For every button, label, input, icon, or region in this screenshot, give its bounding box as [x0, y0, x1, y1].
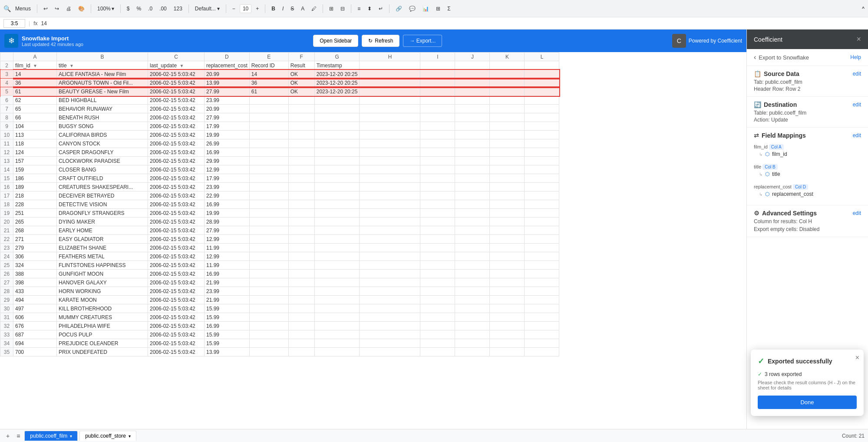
cell[interactable]: ARGONAUTS TOWN - Old Fil... [57, 79, 148, 87]
cell[interactable]: 2006-02-15 5:03:42 [148, 287, 205, 296]
italic-button[interactable]: I [280, 5, 286, 13]
cell[interactable] [314, 304, 360, 313]
cell[interactable] [314, 261, 360, 270]
cell[interactable]: 306 [13, 252, 57, 261]
cell[interactable]: 11.99 [205, 261, 250, 270]
print-button[interactable]: 🖨 [63, 5, 74, 13]
cell[interactable] [525, 226, 559, 235]
cell[interactable] [249, 339, 288, 348]
cell[interactable]: 2006-02-15 5:03:42 [148, 113, 205, 122]
cell[interactable]: BUGSY SONG [57, 122, 148, 131]
cell[interactable] [314, 209, 360, 218]
cell[interactable]: 2006-02-15 5:03:42 [148, 304, 205, 313]
cell[interactable]: DRAGONFLY STRANGERS [57, 209, 148, 218]
cell[interactable] [314, 313, 360, 322]
cell[interactable]: CLOSER BANG [57, 165, 148, 174]
cell[interactable] [455, 157, 490, 165]
cell[interactable] [288, 131, 314, 139]
cell[interactable]: PREJUDICE OLEANDER [57, 339, 148, 348]
cell[interactable] [360, 122, 420, 131]
cell[interactable]: 2006-02-15 5:03:42 [148, 330, 205, 339]
cell[interactable] [525, 278, 559, 287]
cell[interactable]: 265 [13, 218, 57, 226]
cell[interactable] [455, 183, 490, 191]
cell[interactable]: 61 [249, 87, 288, 96]
cell[interactable] [249, 148, 288, 157]
cell[interactable]: MUMMY CREATURES [57, 313, 148, 322]
cell[interactable]: 2006-02-15 5:03:42 [148, 209, 205, 218]
cell[interactable] [249, 348, 288, 356]
cell[interactable]: EASY GLADIATOR [57, 235, 148, 244]
cell[interactable] [314, 200, 360, 209]
cell[interactable]: 2006-02-15 5:03:42 [148, 191, 205, 200]
cell[interactable] [490, 139, 525, 148]
cell[interactable] [360, 322, 420, 330]
cell[interactable]: 17.99 [205, 122, 250, 131]
cell[interactable] [360, 339, 420, 348]
cell[interactable] [525, 261, 559, 270]
col-header-d[interactable]: D [205, 53, 250, 61]
cell[interactable] [314, 131, 360, 139]
cell[interactable] [360, 165, 420, 174]
cell[interactable] [455, 218, 490, 226]
col-label-film-id[interactable]: film_id ▼ [13, 61, 57, 70]
cell[interactable] [420, 218, 455, 226]
cell[interactable]: 2006-02-15 5:03:42 [148, 296, 205, 304]
cell[interactable]: 676 [13, 322, 57, 330]
cell[interactable] [490, 304, 525, 313]
cell[interactable]: CREATURES SHAKESPEARI... [57, 183, 148, 191]
cell[interactable] [455, 209, 490, 218]
menus-button[interactable]: Menus [13, 5, 33, 13]
col-label-last-update[interactable]: last_update ▼ [148, 61, 205, 70]
field-mappings-edit-button[interactable]: edit [853, 132, 861, 139]
cell[interactable]: 2006-02-15 5:03:42 [148, 322, 205, 330]
col-header-k[interactable]: K [490, 53, 525, 61]
cell[interactable] [314, 287, 360, 296]
cell[interactable]: 2006-02-15 5:03:42 [148, 165, 205, 174]
cell[interactable]: 433 [13, 287, 57, 296]
sheet-tab-coeff-film[interactable]: public.coeff_film ▾ [24, 431, 78, 441]
cell[interactable]: 2006-02-15 5:03:42 [148, 96, 205, 105]
cell[interactable] [249, 183, 288, 191]
cell[interactable] [420, 200, 455, 209]
cell[interactable] [525, 244, 559, 252]
chart-button[interactable]: 📊 [420, 5, 432, 13]
cell[interactable] [314, 252, 360, 261]
cell[interactable]: DETECTIVE VISION [57, 200, 148, 209]
cell[interactable] [490, 148, 525, 157]
cell[interactable] [314, 122, 360, 131]
cell[interactable] [360, 191, 420, 200]
wrap-button[interactable]: ↵ [376, 5, 386, 13]
cell[interactable] [360, 87, 420, 96]
cell[interactable] [490, 313, 525, 322]
sheets-menu-button[interactable]: ≡ [14, 432, 23, 440]
cell[interactable] [490, 252, 525, 261]
cell[interactable]: 104 [13, 122, 57, 131]
cell[interactable]: 124 [13, 148, 57, 157]
cell[interactable] [420, 261, 455, 270]
cell[interactable] [360, 113, 420, 122]
cell[interactable] [490, 105, 525, 113]
cell[interactable]: KARATE MOON [57, 296, 148, 304]
cell[interactable] [360, 70, 420, 79]
cell[interactable]: 2006-02-15 5:03:42 [148, 79, 205, 87]
cell[interactable] [249, 304, 288, 313]
cell[interactable]: 61 [13, 87, 57, 96]
cell[interactable] [490, 287, 525, 296]
cell[interactable] [288, 183, 314, 191]
cell[interactable]: 21.99 [205, 296, 250, 304]
cell[interactable] [360, 148, 420, 157]
cell[interactable]: OK [288, 87, 314, 96]
cell[interactable]: 2006-02-15 5:03:42 [148, 252, 205, 261]
cell[interactable] [525, 157, 559, 165]
cell[interactable]: GUNFIGHT MOON [57, 270, 148, 278]
col-header-i[interactable]: I [420, 53, 455, 61]
cell[interactable] [360, 139, 420, 148]
cell[interactable]: 2006-02-15 5:03:42 [148, 244, 205, 252]
cell[interactable]: EARLY HOME [57, 226, 148, 235]
cell[interactable] [314, 148, 360, 157]
popup-close-button[interactable]: × [855, 354, 859, 362]
cell[interactable] [420, 322, 455, 330]
cell[interactable] [249, 96, 288, 105]
cell[interactable]: 26.99 [205, 139, 250, 148]
